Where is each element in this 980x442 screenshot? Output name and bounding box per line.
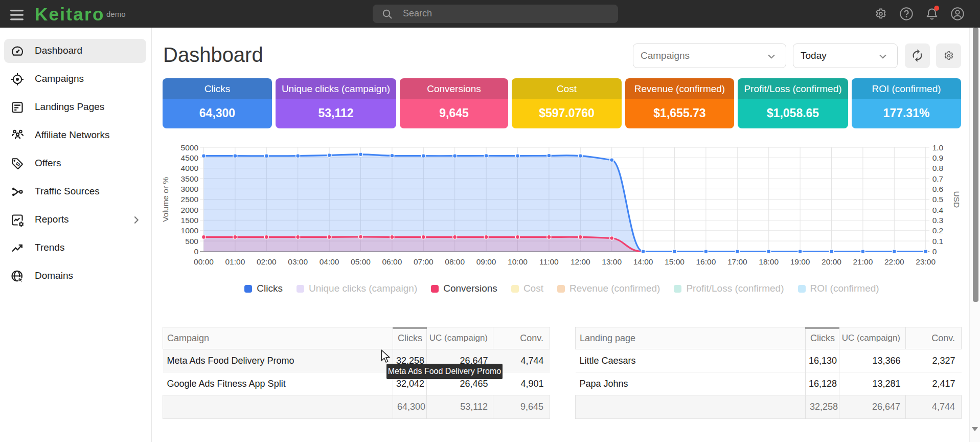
svg-text:09:00: 09:00: [476, 257, 496, 266]
svg-text:0.6: 0.6: [932, 185, 944, 193]
svg-text:14:00: 14:00: [633, 257, 653, 266]
svg-text:21:00: 21:00: [853, 257, 873, 266]
svg-text:0.1: 0.1: [932, 237, 944, 246]
svg-text:00:00: 00:00: [194, 257, 214, 266]
svg-text:5000: 5000: [181, 143, 199, 152]
svg-text:0.9: 0.9: [932, 153, 944, 162]
svg-text:07:00: 07:00: [414, 257, 434, 266]
svg-text:0.3: 0.3: [932, 216, 944, 225]
svg-text:05:00: 05:00: [351, 257, 371, 266]
svg-text:17:00: 17:00: [727, 257, 747, 266]
svg-text:USD: USD: [952, 191, 961, 208]
svg-text:0.4: 0.4: [932, 206, 944, 214]
svg-text:0.8: 0.8: [932, 164, 944, 172]
svg-text:01:00: 01:00: [225, 257, 245, 266]
svg-text:0: 0: [194, 247, 198, 256]
svg-text:Volume or %: Volume or %: [161, 177, 170, 222]
svg-text:0.7: 0.7: [932, 174, 944, 183]
svg-text:2000: 2000: [181, 206, 199, 214]
svg-text:1000: 1000: [181, 226, 199, 235]
svg-text:3000: 3000: [181, 185, 199, 193]
svg-text:20:00: 20:00: [822, 257, 841, 266]
svg-text:3500: 3500: [181, 174, 199, 183]
svg-text:22:00: 22:00: [884, 257, 904, 266]
svg-text:0: 0: [932, 247, 937, 256]
svg-text:16:00: 16:00: [696, 257, 716, 266]
svg-text:1.0: 1.0: [932, 143, 944, 152]
svg-text:500: 500: [185, 237, 198, 246]
svg-text:2500: 2500: [181, 195, 199, 204]
svg-text:15:00: 15:00: [665, 257, 685, 266]
svg-text:19:00: 19:00: [790, 257, 810, 266]
svg-text:06:00: 06:00: [382, 257, 402, 266]
svg-text:02:00: 02:00: [257, 257, 277, 266]
svg-text:11:00: 11:00: [539, 257, 559, 266]
svg-text:08:00: 08:00: [445, 257, 465, 266]
svg-text:18:00: 18:00: [759, 257, 779, 266]
svg-text:23:00: 23:00: [916, 257, 936, 266]
svg-text:1500: 1500: [181, 216, 199, 225]
svg-text:12:00: 12:00: [571, 257, 590, 266]
svg-text:04:00: 04:00: [320, 257, 339, 266]
svg-text:0.5: 0.5: [932, 195, 944, 204]
svg-text:10:00: 10:00: [508, 257, 528, 266]
svg-text:4500: 4500: [181, 153, 199, 162]
svg-text:4000: 4000: [181, 164, 199, 172]
svg-text:03:00: 03:00: [288, 257, 308, 266]
svg-text:13:00: 13:00: [602, 257, 622, 266]
svg-text:0.2: 0.2: [932, 226, 944, 235]
